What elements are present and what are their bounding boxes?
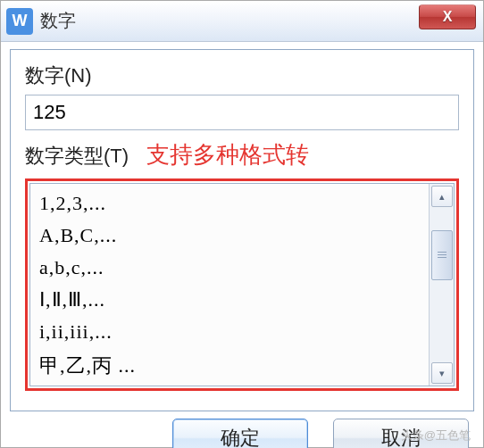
- chevron-down-icon: ▾: [439, 368, 445, 379]
- list-item[interactable]: 1,2,3,...: [30, 187, 429, 220]
- type-label: 数字类型(T): [25, 143, 129, 170]
- dialog-content: 数字(N) 数字类型(T) 支持多种格式转 1,2,3,... A,B,C,..…: [10, 49, 474, 411]
- scrollbar: ▴ ▾: [429, 184, 454, 386]
- list-item[interactable]: A,B,C,...: [30, 220, 429, 252]
- close-button[interactable]: X: [419, 4, 476, 29]
- number-input[interactable]: [25, 95, 459, 130]
- close-icon: X: [443, 9, 453, 25]
- format-list: 1,2,3,... A,B,C,... a,b,c,... Ⅰ,Ⅱ,Ⅲ,... …: [29, 183, 455, 386]
- scroll-up-button[interactable]: ▴: [431, 186, 453, 207]
- chevron-up-icon: ▴: [439, 191, 445, 203]
- format-list-highlight: 1,2,3,... A,B,C,... a,b,c,... Ⅰ,Ⅱ,Ⅲ,... …: [25, 178, 459, 391]
- watermark: 头条@五色笔: [401, 427, 471, 444]
- format-list-items: 1,2,3,... A,B,C,... a,b,c,... Ⅰ,Ⅱ,Ⅲ,... …: [30, 184, 429, 386]
- list-item[interactable]: a,b,c,...: [30, 252, 429, 284]
- title-bar: W 数字 X: [1, 1, 483, 42]
- scroll-thumb[interactable]: [431, 230, 453, 280]
- dialog-window: W 数字 X 数字(N) 数字类型(T) 支持多种格式转 1,2,3,... A…: [0, 0, 484, 448]
- app-icon: W: [6, 8, 33, 35]
- scroll-track[interactable]: [431, 209, 453, 361]
- number-label: 数字(N): [25, 62, 459, 89]
- ok-button[interactable]: 确定: [172, 419, 308, 448]
- dialog-title: 数字: [40, 9, 76, 33]
- list-item[interactable]: i,ii,iii,...: [30, 316, 429, 348]
- list-item[interactable]: 甲,乙,丙 ...: [30, 348, 429, 384]
- list-item[interactable]: Ⅰ,Ⅱ,Ⅲ,...: [30, 284, 429, 316]
- scroll-down-button[interactable]: ▾: [431, 362, 453, 384]
- annotation-text: 支持多种格式转: [146, 139, 309, 170]
